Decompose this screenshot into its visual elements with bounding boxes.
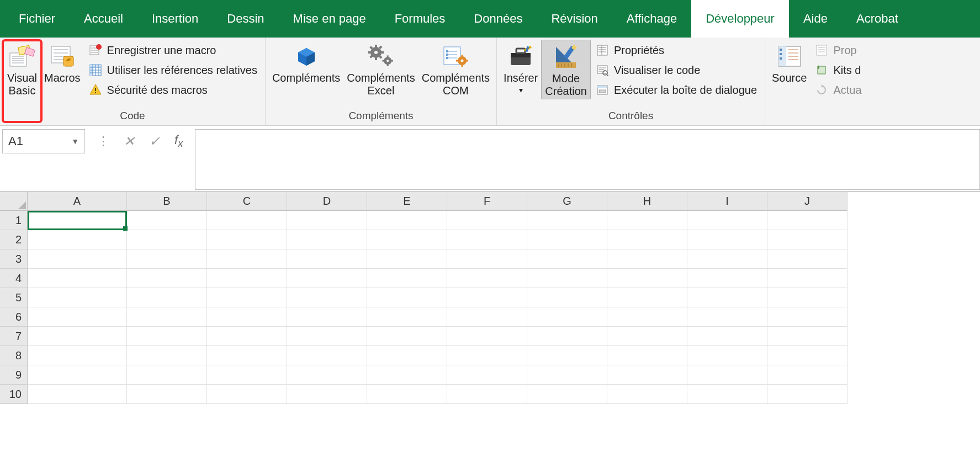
tab-fichier[interactable]: Fichier <box>4 0 70 38</box>
cell[interactable] <box>447 307 527 327</box>
cell[interactable] <box>127 249 207 269</box>
map-properties-button[interactable]: Prop <box>812 42 864 59</box>
cell[interactable] <box>127 365 207 385</box>
cell[interactable] <box>767 327 847 346</box>
col-header-d[interactable]: D <box>287 192 367 211</box>
row-header-7[interactable]: 7 <box>0 327 28 346</box>
cell[interactable] <box>527 365 607 385</box>
cell[interactable] <box>207 346 287 365</box>
col-header-g[interactable]: G <box>527 192 607 211</box>
cell[interactable] <box>127 307 207 327</box>
row-header-5[interactable]: 5 <box>0 288 28 307</box>
cell[interactable] <box>287 365 367 385</box>
cell[interactable] <box>28 346 127 365</box>
cell[interactable] <box>607 365 687 385</box>
cell[interactable] <box>527 385 607 404</box>
cell[interactable] <box>28 307 127 327</box>
cell[interactable] <box>687 307 767 327</box>
tab-accueil[interactable]: Accueil <box>70 0 137 38</box>
tab-revision[interactable]: Révision <box>537 0 612 38</box>
select-all-corner[interactable] <box>0 192 28 211</box>
cancel-icon[interactable]: ✕ <box>124 134 135 149</box>
cells-area[interactable] <box>28 211 980 404</box>
cell[interactable] <box>607 249 687 269</box>
cell[interactable] <box>207 288 287 307</box>
cell[interactable] <box>767 249 847 269</box>
cell[interactable] <box>527 269 607 288</box>
cell[interactable] <box>28 385 127 404</box>
cell[interactable] <box>207 269 287 288</box>
cell[interactable] <box>527 230 607 249</box>
cell[interactable] <box>127 230 207 249</box>
row-header-3[interactable]: 3 <box>0 249 28 269</box>
col-header-j[interactable]: J <box>767 192 847 211</box>
cell[interactable] <box>687 230 767 249</box>
col-header-e[interactable]: E <box>367 192 447 211</box>
tab-dessin[interactable]: Dessin <box>213 0 278 38</box>
cell[interactable] <box>367 365 447 385</box>
cell[interactable] <box>687 269 767 288</box>
cell[interactable] <box>207 230 287 249</box>
col-header-f[interactable]: F <box>447 192 527 211</box>
cell[interactable] <box>527 249 607 269</box>
cell[interactable] <box>687 288 767 307</box>
cell[interactable] <box>367 269 447 288</box>
cell[interactable] <box>767 211 847 230</box>
col-header-i[interactable]: I <box>687 192 767 211</box>
cell[interactable] <box>607 230 687 249</box>
cell[interactable] <box>287 269 367 288</box>
row-header-4[interactable]: 4 <box>0 269 28 288</box>
cell[interactable] <box>287 249 367 269</box>
cell[interactable] <box>287 307 367 327</box>
cell[interactable] <box>447 385 527 404</box>
row-header-8[interactable]: 8 <box>0 346 28 365</box>
expansion-kits-button[interactable]: + Kits d <box>812 62 864 78</box>
tab-insertion[interactable]: Insertion <box>137 0 213 38</box>
chevron-down-icon[interactable]: ▼ <box>71 137 79 146</box>
cell[interactable] <box>687 211 767 230</box>
col-header-b[interactable]: B <box>127 192 207 211</box>
cell[interactable] <box>447 346 527 365</box>
relative-refs-button[interactable]: Utiliser les références relatives <box>86 62 259 78</box>
cell[interactable] <box>767 307 847 327</box>
cell[interactable] <box>127 346 207 365</box>
cell[interactable] <box>367 327 447 346</box>
cell[interactable] <box>767 230 847 249</box>
cell[interactable] <box>207 327 287 346</box>
cell[interactable] <box>367 346 447 365</box>
cell[interactable] <box>687 249 767 269</box>
fx-icon[interactable]: fx <box>174 133 183 150</box>
cell[interactable] <box>28 249 127 269</box>
cell[interactable] <box>28 288 127 307</box>
cell[interactable] <box>607 288 687 307</box>
cell[interactable] <box>28 211 127 230</box>
cell[interactable] <box>447 327 527 346</box>
cell[interactable] <box>607 211 687 230</box>
cell[interactable] <box>767 346 847 365</box>
formula-bar-options-icon[interactable] <box>97 134 109 148</box>
cell[interactable] <box>28 365 127 385</box>
cell[interactable] <box>607 269 687 288</box>
cell[interactable] <box>527 307 607 327</box>
tab-mise-en-page[interactable]: Mise en page <box>279 0 380 38</box>
cell[interactable] <box>28 269 127 288</box>
cell[interactable] <box>287 385 367 404</box>
accept-icon[interactable]: ✓ <box>149 134 160 149</box>
cell[interactable] <box>367 211 447 230</box>
cell[interactable] <box>127 385 207 404</box>
cell[interactable] <box>527 327 607 346</box>
cell[interactable] <box>767 365 847 385</box>
col-header-h[interactable]: H <box>607 192 687 211</box>
cell[interactable] <box>28 230 127 249</box>
cell[interactable] <box>607 385 687 404</box>
tab-donnees[interactable]: Données <box>459 0 537 38</box>
addins-button[interactable]: Compléments <box>269 40 343 98</box>
row-header-10[interactable]: 10 <box>0 385 28 404</box>
tab-aide[interactable]: Aide <box>789 0 842 38</box>
insert-control-button[interactable]: Insérer ▾ <box>500 40 541 95</box>
cell[interactable] <box>28 327 127 346</box>
row-header-1[interactable]: 1 <box>0 211 28 230</box>
cell[interactable] <box>447 288 527 307</box>
col-header-a[interactable]: A <box>28 192 127 211</box>
cell[interactable] <box>527 346 607 365</box>
